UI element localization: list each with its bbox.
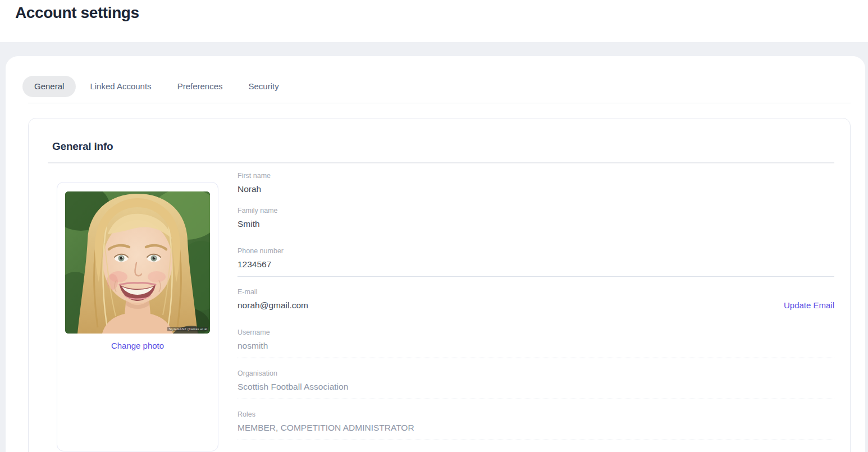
field-first-name: First name Norah (237, 172, 834, 201)
tabs-divider (28, 103, 851, 103)
email-label: E-mail (237, 288, 308, 296)
phone-number-label: Phone number (237, 247, 834, 255)
general-info-fields: First name Norah Family name Smith Phone… (237, 172, 834, 451)
first-name-input[interactable]: Norah (237, 184, 834, 194)
username-value: nosmith (237, 340, 834, 351)
family-name-label: Family name (237, 207, 834, 214)
section-divider (48, 162, 834, 163)
change-photo-link[interactable]: Change photo (111, 341, 164, 350)
page-title: Account settings (15, 4, 868, 22)
organisation-label: Organisation (237, 369, 834, 377)
settings-panel: General Linked Accounts Preferences Secu… (6, 56, 865, 452)
field-organisation: Organisation Scottish Football Associati… (237, 369, 834, 399)
page-header: Account settings (0, 0, 868, 42)
field-username: Username nosmith (237, 328, 834, 358)
first-name-label: First name (237, 172, 834, 180)
email-value: norah@gmail.com (237, 300, 308, 311)
general-info-content: StyleGAN2 (Karras et al Change photo Fir… (52, 172, 834, 451)
tab-bar: General Linked Accounts Preferences Secu… (22, 76, 851, 97)
family-name-input[interactable]: Smith (237, 218, 834, 229)
general-info-card: General info (28, 118, 851, 452)
tab-linked-accounts[interactable]: Linked Accounts (78, 76, 163, 97)
field-phone-number: Phone number 1234567 (237, 247, 834, 277)
field-roles: Roles MEMBER, COMPETITION ADMINISTRATOR (237, 410, 834, 440)
organisation-value: Scottish Football Association (237, 381, 834, 392)
profile-photo-illustration (65, 191, 210, 334)
section-title: General info (52, 140, 834, 153)
phone-number-input[interactable]: 1234567 (237, 259, 834, 270)
tab-security[interactable]: Security (237, 76, 291, 97)
roles-label: Roles (237, 410, 834, 418)
tab-preferences[interactable]: Preferences (166, 76, 235, 97)
tab-general[interactable]: General (22, 76, 76, 97)
photo-watermark: StyleGAN2 (Karras et al (167, 327, 208, 331)
username-label: Username (237, 328, 834, 336)
field-family-name: Family name Smith (237, 207, 834, 236)
photo-card: StyleGAN2 (Karras et al Change photo (57, 182, 218, 451)
update-email-link[interactable]: Update Email (784, 300, 834, 310)
field-email: E-mail norah@gmail.com Update Email (237, 288, 834, 317)
profile-photo: StyleGAN2 (Karras et al (65, 191, 210, 334)
roles-value: MEMBER, COMPETITION ADMINISTRATOR (237, 422, 834, 433)
